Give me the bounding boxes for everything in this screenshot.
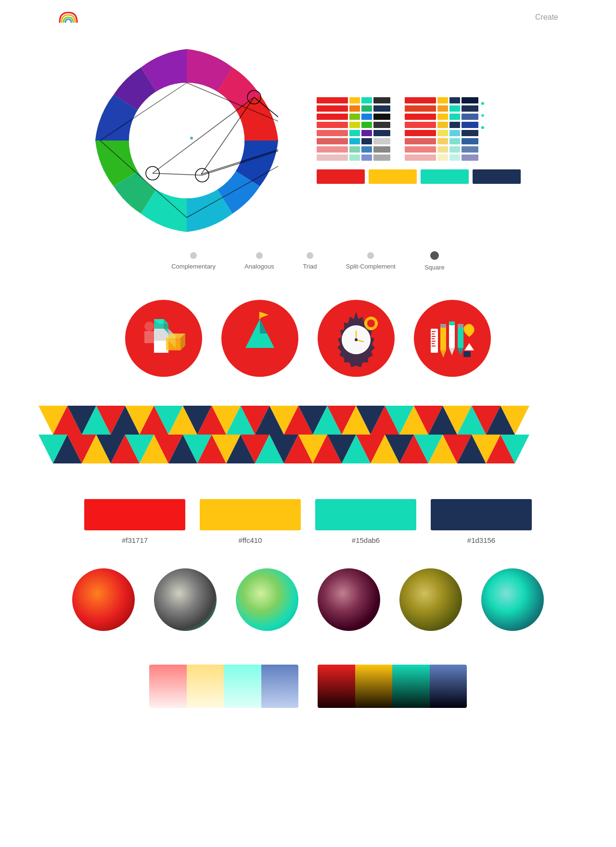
svg-point-1 <box>190 137 193 140</box>
logo-icon <box>58 9 79 24</box>
svg-point-36 <box>355 338 358 341</box>
svg-rect-47 <box>432 338 435 339</box>
gradbar-light-1 <box>149 665 187 708</box>
hex-label-yellow: #ffc410 <box>239 536 262 544</box>
tab-label-split: Split-Complement <box>346 263 396 270</box>
wheel-section <box>0 35 616 246</box>
color-wheel-container[interactable] <box>95 49 278 232</box>
gradbar-light <box>149 665 298 708</box>
gradient-circles <box>0 549 616 650</box>
svg-rect-44 <box>432 331 436 332</box>
gradient-circle-1 <box>72 568 135 631</box>
tab-split-complement[interactable]: Split-Complement <box>346 252 396 270</box>
palette-swatches <box>317 97 521 184</box>
icon-clock[interactable] <box>318 300 395 377</box>
hex-label-teal: #15dab6 <box>352 536 380 544</box>
svg-rect-41 <box>364 322 367 325</box>
header: Create <box>0 0 616 35</box>
triangle-pattern <box>38 406 529 463</box>
gradbar-light-2 <box>187 665 224 708</box>
gradient-circle-4 <box>318 568 380 631</box>
gradbar-dark-4 <box>430 665 467 708</box>
swatch-red <box>84 499 185 530</box>
svg-rect-51 <box>440 324 446 350</box>
hex-label-navy: #1d3156 <box>467 536 495 544</box>
icon-blocks[interactable] <box>125 300 202 377</box>
svg-rect-50 <box>432 346 436 346</box>
tab-dot-split <box>367 252 374 259</box>
gradient-circle-2 <box>154 568 217 631</box>
color-wheel-svg <box>95 49 278 232</box>
tab-dot-square <box>430 251 439 260</box>
hex-navy: #1d3156 <box>431 499 532 544</box>
svg-rect-53 <box>440 324 446 328</box>
hex-red: #f31717 <box>84 499 185 544</box>
gradbar-dark-2 <box>355 665 393 708</box>
svg-rect-45 <box>432 334 435 334</box>
tab-label-complementary: Complementary <box>171 263 216 270</box>
swatch-yellow <box>200 499 301 530</box>
tab-complementary[interactable]: Complementary <box>171 252 216 270</box>
tab-dot-triad <box>307 252 313 259</box>
svg-marker-58 <box>458 348 463 355</box>
gradbar-dark-1 <box>318 665 355 708</box>
svg-marker-60 <box>464 343 474 350</box>
tab-label-square: Square <box>424 264 445 271</box>
tab-dot-analogous <box>256 252 263 259</box>
tab-label-analogous: Analogous <box>244 263 274 270</box>
gradient-bars <box>0 650 616 737</box>
mode-tabs: Complementary Analogous Triad Split-Comp… <box>0 246 616 285</box>
gradbar-light-3 <box>224 665 261 708</box>
svg-rect-39 <box>370 317 372 319</box>
gradbar-dark-3 <box>392 665 430 708</box>
tab-analogous[interactable]: Analogous <box>244 252 274 270</box>
svg-rect-56 <box>449 321 455 325</box>
svg-marker-31 <box>260 312 269 318</box>
tab-dot-complementary <box>190 252 197 259</box>
hex-teal: #15dab6 <box>315 499 416 544</box>
svg-rect-54 <box>449 321 455 348</box>
icon-mountain[interactable] <box>221 300 298 377</box>
swatch-navy <box>431 499 532 530</box>
triangle-pattern-section <box>0 391 616 480</box>
gradient-circle-5 <box>399 568 462 631</box>
icon-tools[interactable] <box>414 300 491 377</box>
create-button[interactable]: Create <box>535 13 558 22</box>
hex-yellow: #ffc410 <box>200 499 301 544</box>
svg-marker-24 <box>166 338 180 350</box>
svg-rect-59 <box>458 324 463 328</box>
tab-label-triad: Triad <box>303 263 317 270</box>
tab-triad[interactable]: Triad <box>303 252 317 270</box>
logo <box>58 9 79 26</box>
svg-point-27 <box>144 321 154 331</box>
svg-marker-29 <box>260 319 267 334</box>
svg-point-38 <box>367 320 375 327</box>
swatch-teal <box>315 499 416 530</box>
svg-rect-49 <box>432 343 435 344</box>
svg-marker-52 <box>440 350 446 358</box>
hex-section: #f31717 #ffc410 #15dab6 #1d3156 <box>0 480 616 549</box>
gradbar-light-4 <box>261 665 299 708</box>
tab-square[interactable]: Square <box>424 251 445 271</box>
svg-marker-55 <box>449 348 455 355</box>
svg-rect-40 <box>370 328 372 330</box>
gradient-circle-6 <box>481 568 544 631</box>
gradient-circle-3 <box>236 568 298 631</box>
icons-section <box>0 285 616 391</box>
hex-label-red: #f31717 <box>122 536 148 544</box>
svg-rect-48 <box>432 341 436 342</box>
gradbar-dark <box>318 665 467 708</box>
svg-rect-61 <box>463 351 471 357</box>
svg-rect-42 <box>375 322 378 325</box>
svg-rect-46 <box>432 336 436 337</box>
